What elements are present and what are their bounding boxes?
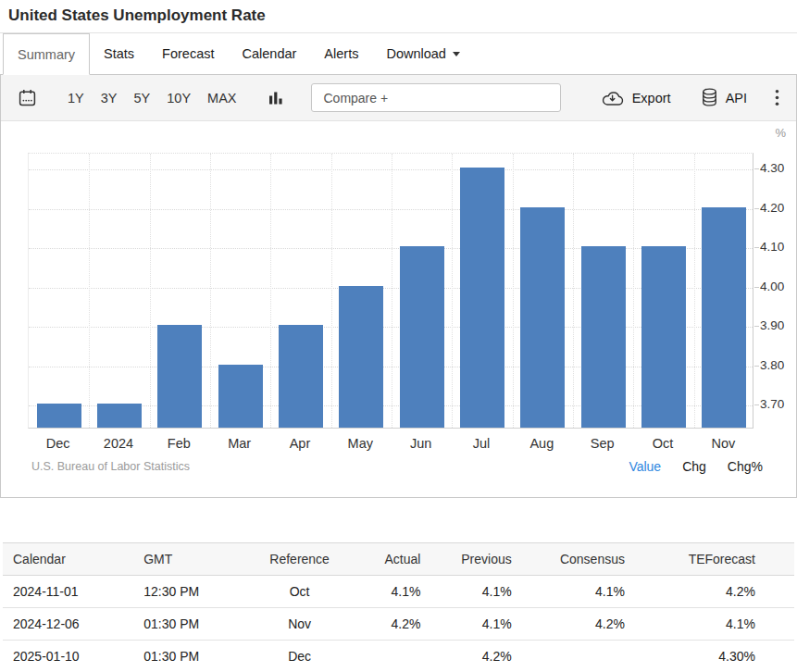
page-title: United States Unemployment Rate [0,0,797,33]
table-cell [348,641,432,672]
table-cell: 01:30 PM [132,641,251,672]
chart: % 4.304.204.104.003.903.803.70Dec2024Feb… [1,121,796,447]
chart-footer: U.S. Bureau of Labor Statistics Value Ch… [1,447,796,497]
chart-bar[interactable] [581,246,626,428]
table-cell: 2025-01-10 [3,641,132,672]
x-gridline [210,154,211,428]
data-source-label: U.S. Bureau of Labor Statistics [31,460,190,473]
y-axis-tick-mark [754,287,759,288]
chevron-down-icon [453,52,460,56]
summary-panel: 1Y 3Y 5Y 10Y MAX Export [0,75,797,498]
y-axis-tick-label: 4.30 [760,161,791,175]
tab-label: Calendar [243,46,297,61]
export-label: Export [632,91,671,106]
table-column-header: TEForecast [636,543,794,576]
view-link-chg[interactable]: Chg [682,459,706,474]
table-cell: Nov [251,608,347,641]
table-cell: 12:30 PM [132,576,251,608]
chart-type-button[interactable] [268,89,283,106]
tab-download[interactable]: Download [372,33,474,74]
compare-input[interactable] [311,83,561,112]
spacer [0,498,797,542]
table-cell: 01:30 PM [132,608,251,641]
y-axis-tick-label: 4.20 [760,201,791,215]
tab-stats[interactable]: Stats [90,33,148,74]
chart-bar[interactable] [702,207,746,428]
table-cell: 4.1% [348,576,432,608]
table-cell: 4.1% [523,576,636,608]
table-column-header: Previous [431,543,522,576]
chart-bar[interactable] [218,365,263,428]
table-cell: Oct [251,576,347,608]
x-axis-tick-label: Feb [149,436,209,451]
range-button-10y[interactable]: 10Y [158,91,199,106]
plot-area [28,153,753,429]
x-gridline [694,154,695,428]
calendar-events-table: CalendarGMTReferenceActualPreviousConsen… [3,542,794,672]
database-icon [702,88,717,107]
chart-bar[interactable] [460,168,504,428]
range-button-1y[interactable]: 1Y [59,91,93,106]
x-axis-tick-label: Sep [572,436,632,451]
table-header-row: CalendarGMTReferenceActualPreviousConsen… [3,543,794,576]
table-column-header: Reference [251,543,347,576]
y-axis-tick-label: 3.70 [760,397,791,411]
view-mode-links: Value Chg Chg% [629,459,763,474]
view-link-chgpct[interactable]: Chg% [728,459,763,474]
y-axis-tick-label: 3.80 [760,358,791,372]
x-axis-tick-label: Jun [391,436,451,451]
chart-bar[interactable] [641,246,686,428]
x-axis-tick-label: Mar [209,436,269,451]
chart-bar[interactable] [400,246,444,428]
x-gridline [150,154,151,428]
table-cell: 4.1% [431,576,522,608]
export-button[interactable]: Export [601,90,671,106]
chart-bar[interactable] [37,404,81,428]
tab-calendar[interactable]: Calendar [229,33,311,74]
table-body: 2024-11-0112:30 PMOct4.1%4.1%4.1%4.2%202… [3,576,794,672]
x-axis-tick-label: Nov [693,436,753,451]
tab-forecast[interactable]: Forecast [148,33,228,74]
table-header: CalendarGMTReferenceActualPreviousConsen… [3,543,794,576]
chart-bar[interactable] [339,286,383,428]
range-button-3y[interactable]: 3Y [93,91,126,106]
table-cell: 4.1% [636,608,794,641]
api-button[interactable]: API [702,88,747,107]
view-link-value[interactable]: Value [629,459,661,474]
y-axis-unit-label: % [758,126,786,140]
x-gridline [392,154,392,428]
tab-label: Download [386,46,446,61]
table-column-header: Actual [348,543,432,576]
y-axis-tick-mark [754,326,759,327]
tab-summary[interactable]: Summary [3,33,90,75]
y-axis-tick-label: 4.10 [760,240,791,254]
date-range-calendar-button[interactable] [18,88,37,107]
x-gridline [89,154,90,428]
table-cell: 2024-11-01 [3,576,132,608]
chart-bar[interactable] [520,207,565,428]
y-axis-tick-label: 4.00 [760,280,791,293]
table-row: 2024-11-0112:30 PMOct4.1%4.1%4.1%4.2% [3,576,794,608]
x-gridline [331,154,332,428]
api-label: API [726,91,747,106]
chart-bar[interactable] [157,325,202,428]
y-axis-tick-mark [754,404,759,405]
table-row: 2025-01-1001:30 PMDec4.2%4.30% [3,641,794,672]
chart-bar[interactable] [97,404,142,428]
table-cell: 4.2% [431,641,522,672]
table-row: 2024-12-0601:30 PMNov4.2%4.1%4.2%4.1% [3,608,794,641]
table-cell: 4.30% [636,641,794,672]
chart-bar[interactable] [279,325,323,428]
table-cell: 4.1% [431,608,522,641]
range-button-max[interactable]: MAX [199,91,244,106]
range-button-5y[interactable]: 5Y [126,91,159,106]
table-cell: 4.2% [636,576,794,608]
x-gridline [513,154,514,428]
chart-toolbar: 1Y 3Y 5Y 10Y MAX Export [1,75,796,121]
calendar-icon [18,88,37,107]
tab-bar: Summary Stats Forecast Calendar Alerts D… [0,33,797,75]
x-axis-tick-label: Jul [451,436,511,451]
more-options-button[interactable] [775,89,779,106]
column-chart-icon [268,89,283,106]
tab-alerts[interactable]: Alerts [310,33,372,74]
